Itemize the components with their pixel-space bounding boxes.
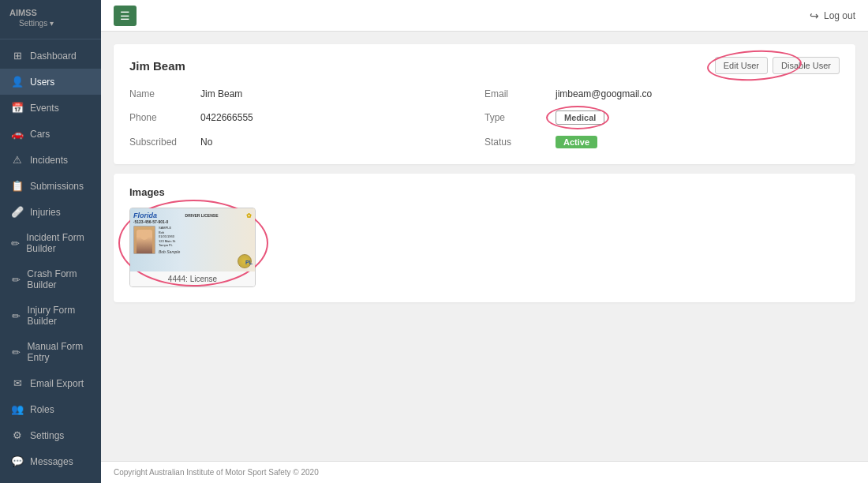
fl-symbol: ✿: [246, 212, 252, 219]
fl-head: [140, 232, 148, 240]
sidebar-label-users: Users: [30, 77, 54, 88]
injuries-icon: 🩹: [11, 206, 24, 218]
incidents-icon: ⚠: [11, 154, 24, 166]
sidebar-label-email-export: Email Export: [30, 378, 84, 389]
action-buttons: Edit User Disable User: [715, 57, 840, 74]
fl-dl-label: DRIVER LICENSE: [185, 213, 219, 218]
phone-pair: Phone 0422666555: [129, 107, 485, 128]
user-info-grid: Name Jim Beam Email jimbeam@googmail.co …: [129, 85, 840, 152]
florida-license: Florida DRIVER LICENSE ✿ ·5123-456-57-90…: [130, 208, 255, 271]
status-pair: Status Active: [485, 133, 840, 152]
topbar-left: ☰: [114, 6, 137, 26]
subscribed-label: Subscribed: [129, 137, 200, 148]
sidebar-label-messages: Messages: [30, 456, 73, 467]
phone-label: Phone: [129, 112, 200, 123]
sidebar-label-crash-form: Crash Form Builder: [27, 268, 90, 290]
license-card-wrapper[interactable]: Florida DRIVER LICENSE ✿ ·5123-456-57-90…: [129, 208, 256, 287]
sidebar-item-dashboard[interactable]: ⊞ Dashboard: [0, 43, 101, 69]
settings-icon: ⚙: [11, 429, 24, 441]
footer: Copyright Australian Institute of Motor …: [101, 461, 868, 483]
fl-state: Florida: [133, 212, 157, 219]
dashboard-icon: ⊞: [11, 50, 24, 62]
sidebar-item-events[interactable]: 📅 Events: [0, 95, 101, 121]
hamburger-button[interactable]: ☰: [114, 6, 137, 26]
sidebar-item-injury-form[interactable]: ✏ Injury Form Builder: [0, 298, 101, 334]
fl-person: [137, 230, 152, 253]
fl-city: Tampa FL: [159, 243, 252, 248]
roles-icon: 👥: [11, 403, 24, 415]
fl-state-abbr: PL: [245, 260, 253, 265]
name-pair: Name Jim Beam: [129, 85, 485, 103]
main-content: Jim Beam Edit User Disable User Name Jim…: [101, 32, 868, 461]
sidebar-item-injuries[interactable]: 🩹 Injuries: [0, 199, 101, 225]
page-title: Jim Beam: [129, 59, 185, 73]
email-export-icon: ✉: [11, 377, 24, 389]
sidebar-label-cars: Cars: [30, 129, 50, 140]
disable-user-button[interactable]: Disable User: [773, 57, 840, 74]
logout-area[interactable]: ↪ Log out: [810, 9, 855, 22]
crash-form-icon: ✏: [11, 274, 21, 286]
edit-user-button[interactable]: Edit User: [715, 57, 768, 74]
fl-photo: [133, 226, 155, 254]
sidebar-item-email-export[interactable]: ✉ Email Export: [0, 370, 101, 396]
cars-icon: 🚗: [11, 128, 24, 140]
sidebar-label-injuries: Injuries: [30, 207, 61, 218]
type-pair: Type Medical: [485, 107, 840, 128]
fl-body: SAMPLE Bob 01/01/1960 123 Main St Tampa …: [133, 226, 252, 255]
messages-icon: 💬: [11, 455, 24, 467]
sidebar-label-events: Events: [30, 103, 59, 114]
phone-value: 0422666555: [200, 112, 253, 123]
name-value: Jim Beam: [200, 88, 242, 99]
sidebar-item-submissions[interactable]: 📋 Submissions: [0, 173, 101, 199]
user-profile-card: Jim Beam Edit User Disable User Name Jim…: [114, 44, 855, 164]
images-title: Images: [129, 186, 840, 198]
sidebar-item-roles[interactable]: 👥 Roles: [0, 396, 101, 422]
sidebar-label-roles: Roles: [30, 404, 54, 415]
footer-text: Copyright Australian Institute of Motor …: [114, 468, 319, 477]
status-badge: Active: [556, 136, 597, 148]
email-label: Email: [485, 88, 556, 99]
logout-icon: ↪: [810, 9, 819, 22]
sidebar-label-dashboard: Dashboard: [30, 51, 77, 62]
incident-form-icon: ✏: [11, 238, 20, 249]
sidebar-label-submissions: Submissions: [30, 181, 84, 192]
license-image: Florida DRIVER LICENSE ✿ ·5123-456-57-90…: [130, 208, 255, 271]
fl-header: Florida DRIVER LICENSE ✿: [133, 212, 252, 219]
license-card[interactable]: Florida DRIVER LICENSE ✿ ·5123-456-57-90…: [129, 208, 256, 287]
users-icon: 👤: [11, 76, 24, 88]
images-card: Images Florida DRIVER LICENSE ✿: [114, 174, 855, 302]
fl-info: SAMPLE Bob 01/01/1960 123 Main St Tampa …: [159, 226, 252, 255]
subscribed-value: No: [200, 137, 212, 148]
sidebar-label-settings: Settings: [30, 430, 64, 441]
sidebar-item-messages[interactable]: 💬 Messages: [0, 448, 101, 474]
sidebar: AIMSS Settings ▾ ⊞ Dashboard 👤 Users 📅 E…: [0, 0, 101, 483]
sidebar-item-crash-form[interactable]: ✏ Crash Form Builder: [0, 261, 101, 298]
license-caption: 4444: License: [130, 271, 255, 286]
status-label: Status: [485, 137, 556, 148]
type-label: Type: [485, 112, 556, 123]
manual-form-icon: ✏: [11, 346, 21, 358]
settings-toggle[interactable]: Settings ▾: [9, 17, 92, 34]
sidebar-item-settings[interactable]: ⚙ Settings: [0, 422, 101, 448]
logout-label[interactable]: Log out: [824, 10, 855, 21]
brand-name: AIMSS: [9, 8, 92, 17]
sidebar-nav: ⊞ Dashboard 👤 Users 📅 Events 🚗 Cars ⚠: [0, 39, 101, 483]
fl-sig: Bob Sample: [159, 249, 252, 255]
card-header: Jim Beam Edit User Disable User: [129, 57, 840, 74]
name-label: Name: [129, 88, 200, 99]
sidebar-item-manual-form[interactable]: ✏ Manual Form Entry: [0, 334, 101, 370]
sidebar-label-incidents: Incidents: [30, 155, 68, 166]
sidebar-label-incident-form: Incident Form Builder: [26, 232, 90, 254]
sidebar-item-users[interactable]: 👤 Users: [0, 69, 101, 95]
events-icon: 📅: [11, 102, 24, 114]
fl-number: ·5123-456-57-901-0: [133, 219, 252, 224]
subscribed-pair: Subscribed No: [129, 133, 485, 152]
type-badge: Medical: [556, 110, 604, 125]
sidebar-label-manual-form: Manual Form Entry: [27, 341, 90, 363]
sidebar-item-cars[interactable]: 🚗 Cars: [0, 121, 101, 147]
injury-form-icon: ✏: [11, 310, 21, 322]
sidebar-label-injury-form: Injury Form Builder: [28, 305, 90, 327]
sidebar-item-incident-form[interactable]: ✏ Incident Form Builder: [0, 225, 101, 261]
submissions-icon: 📋: [11, 180, 24, 192]
sidebar-item-incidents[interactable]: ⚠ Incidents: [0, 147, 101, 173]
